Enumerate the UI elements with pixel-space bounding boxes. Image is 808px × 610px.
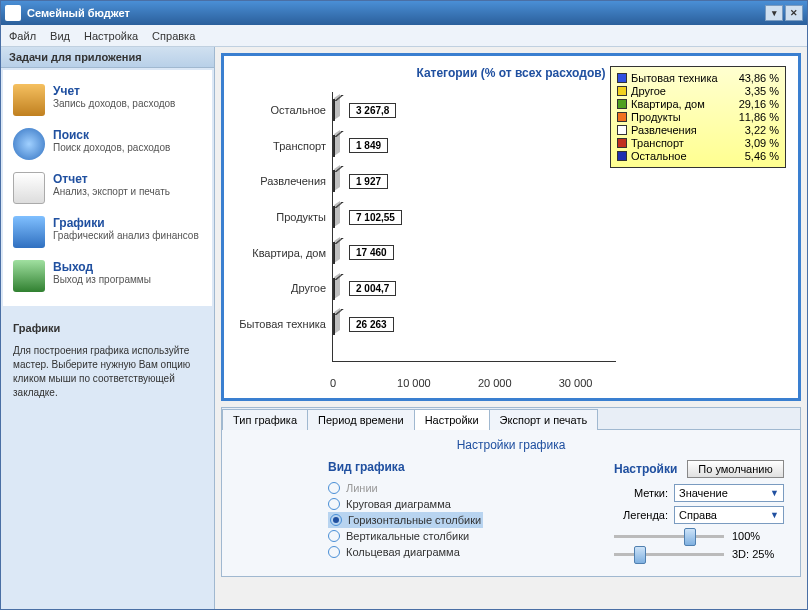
chart-y-labels: ОстальноеТранспортРазвлеченияПродуктыКва… xyxy=(236,92,332,362)
chart-category-label: Остальное xyxy=(236,104,326,116)
chart-type-title: Вид графика xyxy=(328,460,483,474)
chart-bar-row: 1 927 xyxy=(333,169,388,193)
sidebar-item-vyhod[interactable]: ВыходВыход из программы xyxy=(9,254,206,298)
tabs: Тип графикаПериод времениНастройкиЭкспор… xyxy=(222,408,800,430)
app-window: Семейный бюджет ▾ ✕ Файл Вид Настройка С… xyxy=(0,0,808,610)
legend-row: Развлечения3,22 % xyxy=(617,124,779,136)
chart-legend: Бытовая техника43,86 %Другое3,35 %Кварти… xyxy=(610,66,786,168)
radio-icon xyxy=(328,530,340,542)
chart-type-option[interactable]: Круговая диаграмма xyxy=(328,496,483,512)
chart-bar-label: 3 267,8 xyxy=(349,103,396,118)
exit-icon xyxy=(13,260,45,292)
chart-bar-row: 2 004,7 xyxy=(333,277,396,301)
sidebar-item-poisk[interactable]: ПоискПоиск доходов, расходов xyxy=(9,122,206,166)
close-button[interactable]: ✕ xyxy=(785,5,803,21)
sidebar-item-otchet[interactable]: ОтчетАнализ, экспорт и печать xyxy=(9,166,206,210)
chart-x-tick: 20 000 xyxy=(478,377,512,389)
legend-label: Легенда: xyxy=(614,509,668,521)
chart-bar xyxy=(333,99,335,121)
radio-icon xyxy=(328,482,340,494)
chart-bar xyxy=(333,278,335,300)
chart-bar-row: 26 263 xyxy=(333,312,394,336)
menubar: Файл Вид Настройка Справка xyxy=(1,25,807,47)
window-title: Семейный бюджет xyxy=(27,7,130,19)
chart-plot: 010 00020 00030 000 3 267,81 8491 9277 1… xyxy=(332,92,616,362)
chart-type-option[interactable]: Кольцевая диаграмма xyxy=(328,544,483,560)
report-icon xyxy=(13,172,45,204)
chart-bar xyxy=(333,206,335,228)
titlebar: Семейный бюджет ▾ ✕ xyxy=(1,1,807,25)
app-icon xyxy=(5,5,21,21)
sidebar-header: Задачи для приложения xyxy=(1,47,214,68)
3d-slider[interactable]: 3D: 25% xyxy=(614,548,784,560)
labels-dropdown[interactable]: Значение▼ xyxy=(674,484,784,502)
chart-category-label: Развлечения xyxy=(236,175,326,187)
chart-x-tick: 10 000 xyxy=(397,377,431,389)
chart-category-label: Продукты xyxy=(236,211,326,223)
tab[interactable]: Тип графика xyxy=(222,409,308,430)
chart-bar xyxy=(333,170,335,192)
chart-type-option[interactable]: Горизонтальные столбики xyxy=(328,512,483,528)
settings-panel: Тип графикаПериод времениНастройкиЭкспор… xyxy=(221,407,801,577)
legend-swatch xyxy=(617,99,627,109)
tab[interactable]: Период времени xyxy=(307,409,415,430)
chart-bar-label: 1 927 xyxy=(349,174,388,189)
menu-file[interactable]: Файл xyxy=(9,30,36,42)
tab[interactable]: Настройки xyxy=(414,409,490,430)
chart-bar-row: 7 102,55 xyxy=(333,205,402,229)
radio-icon xyxy=(328,498,340,510)
chart-bar xyxy=(333,313,335,335)
legend-swatch xyxy=(617,125,627,135)
legend-row: Транспорт3,09 % xyxy=(617,137,779,149)
ledger-icon xyxy=(13,84,45,116)
chart-icon xyxy=(13,216,45,248)
settings-title: Настройки графика xyxy=(238,438,784,452)
menu-settings[interactable]: Настройка xyxy=(84,30,138,42)
chart-bar-row: 17 460 xyxy=(333,241,394,265)
chart-bar-row: 1 849 xyxy=(333,134,388,158)
default-button[interactable]: По умолчанию xyxy=(687,460,783,478)
legend-row: Другое3,35 % xyxy=(617,85,779,97)
chart-x-tick: 30 000 xyxy=(559,377,593,389)
chart-type-option[interactable]: Вертикальные столбики xyxy=(328,528,483,544)
settings-col-title: Настройки xyxy=(614,462,677,476)
chart-category-label: Транспорт xyxy=(236,140,326,152)
radio-icon xyxy=(328,546,340,558)
sidebar-item-uchet[interactable]: УчетЗапись доходов, расходов xyxy=(9,78,206,122)
labels-label: Метки: xyxy=(614,487,668,499)
sidebar-item-grafiki[interactable]: ГрафикиГрафический анализ финансов xyxy=(9,210,206,254)
tips-text: Для построения графика используйте масте… xyxy=(13,344,202,400)
chart-bar-label: 1 849 xyxy=(349,138,388,153)
legend-row: Бытовая техника43,86 % xyxy=(617,72,779,84)
legend-swatch xyxy=(617,151,627,161)
chart-bar-label: 26 263 xyxy=(349,317,394,332)
chart-category-label: Другое xyxy=(236,282,326,294)
radio-icon xyxy=(330,514,342,526)
chart-x-tick: 0 xyxy=(330,377,336,389)
legend-swatch xyxy=(617,112,627,122)
chart-category-label: Квартира, дом xyxy=(236,247,326,259)
chart-panel: Категории (% от всех расходов) Бытовая т… xyxy=(221,53,801,401)
menu-help[interactable]: Справка xyxy=(152,30,195,42)
slider-thumb[interactable] xyxy=(634,546,646,564)
tips-panel: Графики Для построения графика используй… xyxy=(1,308,214,414)
chart-bar-label: 2 004,7 xyxy=(349,281,396,296)
legend-dropdown[interactable]: Справа▼ xyxy=(674,506,784,524)
legend-swatch xyxy=(617,86,627,96)
legend-swatch xyxy=(617,138,627,148)
legend-row: Остальное5,46 % xyxy=(617,150,779,162)
slider-thumb[interactable] xyxy=(684,528,696,546)
chart-bar xyxy=(333,242,335,264)
chevron-down-icon: ▼ xyxy=(770,488,779,498)
zoom-slider[interactable]: 100% xyxy=(614,530,784,542)
legend-swatch xyxy=(617,73,627,83)
chevron-down-icon: ▼ xyxy=(770,510,779,520)
chart-type-option: Линии xyxy=(328,480,483,496)
tab[interactable]: Экспорт и печать xyxy=(489,409,599,430)
chart-bar-label: 7 102,55 xyxy=(349,210,402,225)
tips-title: Графики xyxy=(13,322,202,334)
chart-bar-label: 17 460 xyxy=(349,245,394,260)
menu-view[interactable]: Вид xyxy=(50,30,70,42)
legend-row: Квартира, дом29,16 % xyxy=(617,98,779,110)
minimize-button[interactable]: ▾ xyxy=(765,5,783,21)
